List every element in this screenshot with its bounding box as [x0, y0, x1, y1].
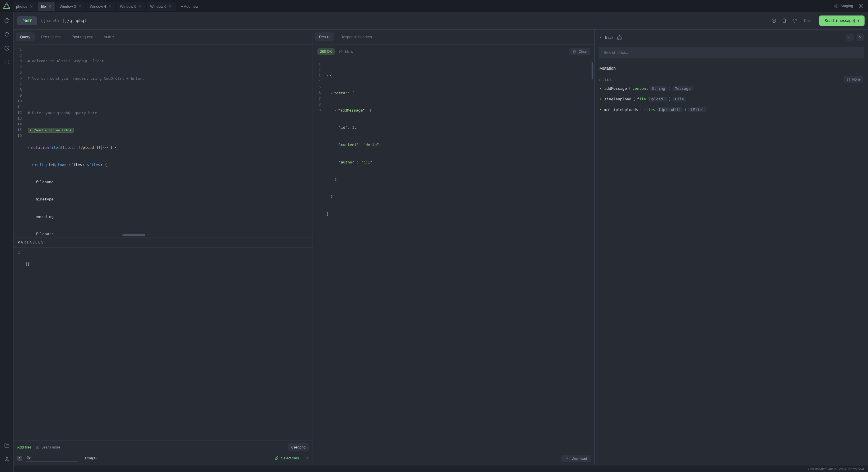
sidebar: [0, 12, 14, 472]
docs-more-button[interactable]: [846, 34, 854, 41]
horizontal-scrollbar[interactable]: [122, 234, 145, 237]
svg-point-2: [860, 5, 862, 7]
field-addMessage[interactable]: • addMessage ( content String ) Message: [595, 83, 868, 94]
field-singleUpload[interactable]: • singleUpload ( file Upload! ) File: [595, 94, 868, 104]
docs-close-button[interactable]: [857, 34, 864, 41]
close-icon[interactable]: ✕: [138, 5, 142, 8]
uploaded-file-chip[interactable]: user.png: [288, 443, 309, 451]
endpoint-url[interactable]: {{baseUrl}}/graphql: [40, 19, 86, 23]
remove-file-row[interactable]: ✕: [306, 456, 309, 460]
fold-icon[interactable]: ▾: [28, 145, 31, 150]
refresh-icon: [4, 32, 10, 37]
folder-icon: [4, 443, 10, 448]
send-label: Send: [825, 19, 834, 23]
sidebar-history[interactable]: [4, 45, 10, 51]
vertical-scrollbar[interactable]: [592, 62, 594, 449]
bullet-icon: •: [599, 107, 601, 112]
close-icon[interactable]: ✕: [169, 5, 172, 8]
sort-icon: [846, 77, 850, 81]
close-icon[interactable]: ✕: [108, 5, 112, 8]
return-type-chip[interactable]: File: [673, 97, 686, 102]
fold-icon[interactable]: ▾: [331, 90, 334, 96]
fold-icon[interactable]: ▾: [335, 107, 338, 113]
docs-back-button[interactable]: Back: [599, 35, 613, 40]
http-method-badge[interactable]: POST: [17, 16, 37, 25]
docs-search[interactable]: [599, 47, 864, 58]
tab-window-4[interactable]: Window 4 ✕: [86, 2, 115, 11]
variables-editor[interactable]: 1 {}: [14, 247, 313, 440]
docs-home-button[interactable]: [617, 35, 622, 40]
gauge-icon: [4, 18, 10, 24]
run-mutation-file-pill[interactable]: ▶(Send mutation file): [28, 128, 74, 133]
sidebar-dashboard[interactable]: [4, 18, 10, 24]
tab-file[interactable]: file ✕: [38, 2, 55, 11]
query-code[interactable]: # Welcome to Altair GraphQL Client. # Yo…: [24, 44, 313, 237]
arg-type-chip[interactable]: Upload!: [648, 97, 667, 102]
select-files-button[interactable]: Select files: [274, 456, 299, 461]
add-header-button[interactable]: [771, 18, 776, 23]
user-icon: [4, 457, 10, 462]
chevron-down-icon[interactable]: ▾: [857, 19, 859, 23]
sidebar-collections[interactable]: [4, 443, 10, 448]
close-icon[interactable]: ✕: [79, 5, 82, 8]
comment-line: # You can send your request using CmdOrC…: [28, 76, 144, 81]
add-files-link[interactable]: Add files: [17, 445, 32, 449]
arg-type-chip[interactable]: [Upload!]!: [657, 107, 683, 112]
env-selector[interactable]: Staging: [834, 4, 853, 8]
variables-toggle[interactable]: VARIABLES: [14, 237, 313, 247]
docs-type-name[interactable]: Mutation: [595, 63, 868, 76]
send-button[interactable]: Send (message) ▾: [819, 15, 865, 26]
result-json[interactable]: ▾{ ▾"data": { ▾"addMessage": { "id": 1, …: [323, 59, 594, 452]
sidebar-extensions[interactable]: [4, 59, 10, 65]
subtab-post-request[interactable]: Post-request: [67, 32, 97, 41]
fold-icon[interactable]: ▾: [327, 73, 330, 78]
line-gutter: 1 2 3 4 5 6 7 8 9: [313, 59, 323, 452]
collapsed-icon[interactable]: ···: [101, 145, 110, 150]
response-time: 32ms: [339, 49, 353, 54]
download-button[interactable]: Download: [561, 455, 591, 462]
subtab-response-headers[interactable]: Response headers: [336, 32, 376, 41]
query-editor[interactable]: 1 2 3 4 5 6 7 8 9 10 11 12 13 14: [14, 44, 313, 237]
docs-search-input[interactable]: [603, 50, 860, 55]
settings-button[interactable]: [858, 3, 863, 9]
history-icon: [4, 45, 10, 51]
last-updated: Last updated: Apr 27, 2024, 4:31:50 AM: [808, 467, 864, 471]
result-pane: Result Response headers 200 OK 32ms Clea…: [313, 30, 595, 465]
subtab-result[interactable]: Result: [315, 32, 334, 41]
field-multipleUploads[interactable]: • multipleUploads ( files [Upload!]! ) […: [595, 104, 868, 115]
return-type-chip[interactable]: Message: [673, 86, 693, 91]
tab-window-5[interactable]: Window 5 ✕: [117, 2, 146, 11]
subtab-query[interactable]: Query: [16, 32, 35, 41]
result-status-bar: 200 OK 32ms Clear: [313, 44, 594, 59]
add-tab-button[interactable]: + Add new: [177, 2, 203, 11]
copy-button[interactable]: [782, 18, 787, 23]
status-bar: Last updated: Apr 27, 2024, 4:31:50 AM: [14, 465, 868, 472]
play-icon: ▶: [30, 129, 32, 132]
arg-type-chip[interactable]: String: [650, 86, 667, 91]
bullet-icon: •: [599, 97, 601, 101]
tab-photos[interactable]: photos ✕: [12, 2, 36, 11]
sidebar-reload[interactable]: [4, 32, 10, 37]
tab-window-6[interactable]: Window 6 ✕: [147, 2, 176, 11]
subtab-pre-request[interactable]: Pre-request: [36, 32, 65, 41]
docs-toggle[interactable]: Docs: [802, 19, 814, 23]
clear-button[interactable]: Clear: [569, 48, 590, 55]
sidebar-account[interactable]: [4, 457, 10, 462]
fold-icon[interactable]: ▾: [32, 162, 35, 168]
subtab-auth[interactable]: Auth•: [99, 32, 118, 41]
variables-content: {}: [25, 261, 30, 267]
reload-schema-button[interactable]: [792, 18, 797, 23]
tab-window-3[interactable]: Window 3 ✕: [56, 2, 85, 11]
tab-label: file: [41, 4, 46, 9]
svg-point-11: [849, 37, 850, 38]
file-variable-input[interactable]: [26, 454, 78, 462]
close-icon[interactable]: ✕: [30, 5, 33, 8]
result-viewer[interactable]: 1 2 3 4 5 6 7 8 9 ▾{ ▾"data": { ▾"addMes…: [313, 59, 594, 452]
learn-more-link[interactable]: Learn more: [36, 445, 60, 449]
close-icon[interactable]: ✕: [48, 5, 52, 8]
docs-sort-button[interactable]: None: [844, 76, 863, 82]
comment-line: # Enter your graphQL query here.: [28, 110, 99, 116]
return-type-chip[interactable]: [File]: [688, 107, 706, 112]
close-icon: [858, 35, 862, 39]
query-pane: Query Pre-request Post-request Auth• 1 2…: [14, 30, 313, 465]
